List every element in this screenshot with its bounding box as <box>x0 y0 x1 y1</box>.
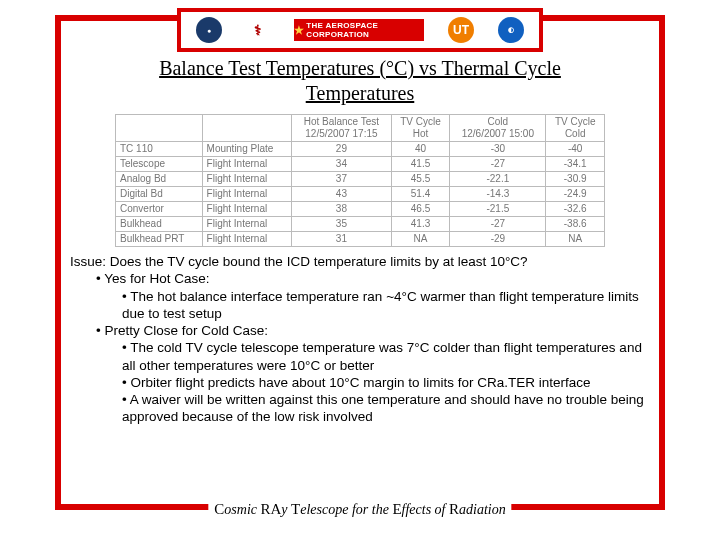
logo-bar: ● ⚕ ★THE AEROSPACE CORPORATION UT ◐ <box>177 8 543 52</box>
ut-logo-icon: UT <box>448 17 474 43</box>
footer-tagline: Cosmic RAy Telescope for the Effects of … <box>208 501 511 518</box>
star-icon: ★ <box>294 24 304 37</box>
noaa-logo-icon: ◐ <box>498 17 524 43</box>
nasa-logo-icon: ● <box>196 17 222 43</box>
slide-frame <box>55 15 665 510</box>
bu-logo-icon: ⚕ <box>246 18 270 42</box>
aerospace-logo-text: THE AEROSPACE CORPORATION <box>306 21 424 39</box>
aerospace-logo-icon: ★THE AEROSPACE CORPORATION <box>294 19 424 41</box>
